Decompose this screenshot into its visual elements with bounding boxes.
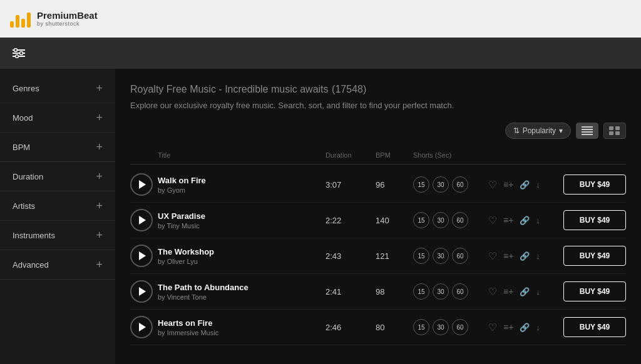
short-badge-15[interactable]: 15 xyxy=(413,283,429,300)
artists-plus-icon: + xyxy=(96,200,103,211)
page-title: Royalty Free Music - Incredible music aw… xyxy=(130,81,626,96)
track-duration-2: 2:43 xyxy=(326,251,376,261)
svg-rect-8 xyxy=(582,131,593,133)
buy-button-4[interactable]: BUY $49 xyxy=(563,317,626,337)
download-icon-3[interactable]: ↓ xyxy=(536,287,540,296)
sidebar-item-bpm[interactable]: BPM + xyxy=(0,133,115,162)
short-badge-60[interactable]: 60 xyxy=(452,319,468,335)
play-button-0[interactable] xyxy=(130,173,153,196)
short-badge-30[interactable]: 30 xyxy=(433,248,449,264)
link-icon-0[interactable]: 🔗 xyxy=(520,180,530,190)
track-title-2: The Workshop xyxy=(158,247,320,256)
logo-subtitle: by shutterstock xyxy=(37,21,98,27)
mood-plus-icon: + xyxy=(96,112,103,123)
sidebar-item-artists[interactable]: Artists + xyxy=(0,191,115,221)
sidebar-item-instruments[interactable]: Instruments + xyxy=(0,221,115,250)
sort-label: Popularity xyxy=(523,126,556,135)
shorts-container-2: 153060 xyxy=(413,248,488,264)
sidebar-item-mood[interactable]: Mood + xyxy=(0,103,115,133)
playlist-icon-1[interactable]: ≡+ xyxy=(503,215,513,225)
heart-icon-3[interactable]: ♡ xyxy=(488,286,497,298)
short-badge-15[interactable]: 15 xyxy=(413,212,429,228)
track-info-1: UX Paradise by Tiny Music xyxy=(158,211,326,230)
buy-button-1[interactable]: BUY $49 xyxy=(563,210,626,230)
short-badge-15[interactable]: 15 xyxy=(413,176,429,193)
track-duration-1: 2:22 xyxy=(326,216,376,225)
sidebar-item-duration[interactable]: Duration + xyxy=(0,162,115,191)
playlist-icon-2[interactable]: ≡+ xyxy=(503,251,513,261)
short-badge-60[interactable]: 60 xyxy=(452,212,468,228)
short-badge-60[interactable]: 60 xyxy=(452,283,468,300)
buy-button-2[interactable]: BUY $49 xyxy=(563,246,626,266)
header-bpm: BPM xyxy=(376,151,413,159)
download-icon-4[interactable]: ↓ xyxy=(536,323,540,332)
bpm-plus-icon: + xyxy=(96,141,103,153)
buy-button-3[interactable]: BUY $49 xyxy=(563,281,626,301)
track-duration-4: 2:46 xyxy=(326,323,376,332)
playlist-icon-0[interactable]: ≡+ xyxy=(503,179,513,190)
buy-button-0[interactable]: BUY $49 xyxy=(563,174,626,195)
play-icon-3 xyxy=(139,287,146,296)
heart-icon-0[interactable]: ♡ xyxy=(488,179,497,191)
table-row: Walk on Fire by Gyom 3:07 96 153060 ♡ ≡+… xyxy=(130,167,626,203)
track-bpm-1: 140 xyxy=(376,216,413,225)
list-view-icon xyxy=(582,126,593,135)
svg-rect-6 xyxy=(582,126,593,128)
grid-view-icon xyxy=(609,126,620,135)
logo-bar-1 xyxy=(10,21,14,28)
filter-button[interactable] xyxy=(9,44,29,62)
sidebar: Genres + Mood + BPM + Duration + Artists… xyxy=(0,69,115,364)
track-artist-2: by Oliver Lyu xyxy=(158,258,320,265)
logo-bars-icon xyxy=(10,10,31,28)
short-badge-15[interactable]: 15 xyxy=(413,248,429,264)
link-icon-3[interactable]: 🔗 xyxy=(520,287,530,296)
sidebar-item-advanced[interactable]: Advanced + xyxy=(0,250,115,280)
play-button-2[interactable] xyxy=(130,245,153,267)
instruments-plus-icon: + xyxy=(96,230,103,241)
svg-rect-7 xyxy=(582,129,593,130)
content-area: Royalty Free Music - Incredible music aw… xyxy=(115,69,641,364)
table-row: The Path to Abundance by Vincent Tone 2:… xyxy=(130,274,626,310)
short-badge-15[interactable]: 15 xyxy=(413,319,429,335)
playlist-icon-4[interactable]: ≡+ xyxy=(503,322,513,332)
download-icon-0[interactable]: ↓ xyxy=(536,180,540,190)
sort-chevron-icon: ▾ xyxy=(559,126,563,135)
play-button-3[interactable] xyxy=(130,280,153,303)
grid-view-button[interactable] xyxy=(603,123,626,139)
short-badge-60[interactable]: 60 xyxy=(452,176,468,193)
link-icon-2[interactable]: 🔗 xyxy=(520,251,530,261)
play-icon-1 xyxy=(139,216,146,225)
track-title-3: The Path to Abundance xyxy=(158,283,320,292)
track-info-3: The Path to Abundance by Vincent Tone xyxy=(158,283,326,301)
link-icon-4[interactable]: 🔗 xyxy=(520,323,530,332)
advanced-plus-icon: + xyxy=(96,259,103,270)
logo: PremiumBeat by shutterstock xyxy=(10,10,98,28)
list-view-button[interactable] xyxy=(576,123,598,139)
play-button-4[interactable] xyxy=(130,316,153,338)
heart-icon-4[interactable]: ♡ xyxy=(488,321,497,333)
short-badge-60[interactable]: 60 xyxy=(452,248,468,264)
link-icon-1[interactable]: 🔗 xyxy=(520,216,530,225)
short-badge-30[interactable]: 30 xyxy=(433,212,449,228)
track-info-2: The Workshop by Oliver Lyu xyxy=(158,247,326,265)
short-badge-30[interactable]: 30 xyxy=(433,319,449,335)
short-badge-30[interactable]: 30 xyxy=(433,176,449,193)
playlist-icon-3[interactable]: ≡+ xyxy=(503,286,513,296)
svg-point-4 xyxy=(20,52,23,55)
track-artist-0: by Gyom xyxy=(158,186,320,194)
track-artist-1: by Tiny Music xyxy=(158,222,320,230)
track-artist-4: by Immersive Music xyxy=(158,329,320,336)
sidebar-item-genres[interactable]: Genres + xyxy=(0,74,115,103)
play-button-1[interactable] xyxy=(130,209,153,231)
duration-plus-icon: + xyxy=(96,171,103,182)
heart-icon-2[interactable]: ♡ xyxy=(488,250,497,262)
track-artist-3: by Vincent Tone xyxy=(158,293,320,301)
short-badge-30[interactable]: 30 xyxy=(433,283,449,300)
heart-icon-1[interactable]: ♡ xyxy=(488,215,497,226)
sort-button[interactable]: ⇅ Popularity ▾ xyxy=(505,123,571,139)
track-duration-0: 3:07 xyxy=(326,180,376,190)
download-icon-2[interactable]: ↓ xyxy=(536,251,540,261)
download-icon-1[interactable]: ↓ xyxy=(536,216,540,225)
svg-rect-12 xyxy=(609,131,613,135)
logo-title: PremiumBeat xyxy=(37,11,98,21)
